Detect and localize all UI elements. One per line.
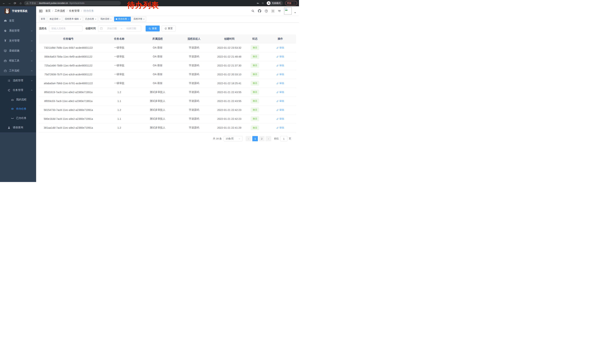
cell-actions: 审批 [265,108,296,112]
process-name-input[interactable]: 请输入流程名 [49,25,83,32]
sidebar-item-devtools[interactable]: 研发工具 [0,56,36,66]
tab-process-detail[interactable]: 流程详情× [132,17,146,22]
cell-created: 2022-01-21 22:43:55 [213,100,245,103]
approve-button[interactable]: 审批 [276,108,284,112]
browser-reload-icon[interactable]: ⟳ [13,1,17,5]
browser-forward-icon[interactable]: → [8,1,11,5]
cell-created: 2022-01-21 22:43:55 [213,91,245,94]
font-size-icon[interactable]: TT [278,9,281,13]
edit-pencil-icon [276,100,279,102]
cell-status: 激活 [245,116,265,121]
approve-button[interactable]: 审批 [276,55,284,58]
tab-home[interactable]: 首页 [39,17,47,22]
address-bar[interactable]: 不安全 dashboard.yudao.iocoder.cn/bpm/task/… [24,1,121,5]
table-row: 8f0d1619-7ac8-11ec-a9e2-a2380e71991a 1.2… [39,88,296,97]
next-page-button[interactable]: › [266,136,271,141]
sidebar-collapse-icon[interactable] [39,10,42,12]
table-body: 73211d9d-7b9b-11ec-b5b7-acde48001122 一级审… [39,43,296,132]
sidebar-item-workflow[interactable]: 工作流程 [0,66,36,76]
close-icon[interactable]: × [95,18,96,20]
help-icon[interactable] [265,9,268,13]
page-button-2[interactable]: 2 [259,136,265,141]
tab-start-process[interactable]: 发起流程× [48,17,62,22]
table-row: 580e1b3d-7ac8-11ec-a9e2-a2380e71991a 1.1… [39,114,296,123]
incognito-label: 无痕模式 [272,2,281,5]
approve-label: 审批 [279,73,284,76]
status-badge: 激活 [251,116,259,121]
caret-down-icon[interactable]: ▼ [294,12,296,14]
sidebar-item-done-tasks[interactable]: 已办任务 [0,113,36,123]
page-button-1[interactable]: 1 [252,136,258,141]
approve-button[interactable]: 审批 [276,82,284,85]
cell-actions: 审批 [265,55,296,58]
status-badge: 激活 [251,63,259,68]
breadcrumb-item[interactable]: 任务管理 [69,9,79,13]
approve-button[interactable]: 审批 [276,99,284,103]
approve-button[interactable]: 审批 [276,46,284,49]
approve-button[interactable]: 审批 [276,117,284,121]
approve-button[interactable]: 审批 [276,126,284,129]
yen-icon: ¥ [4,39,7,42]
status-badge: 激活 [251,90,259,94]
browser-home-icon[interactable]: ⌂ [18,1,23,5]
cell-task-id: 725a1eb6-7b88-11ec-8ef0-acde48001122 [39,64,98,67]
security-warning[interactable]: 不安全 [26,2,36,5]
browser-update-button[interactable]: 更新 ⋮ [285,1,297,5]
close-icon[interactable]: × [110,18,111,20]
sidebar-item-my-process[interactable]: 我的流程 [0,95,36,104]
url-host: dashboard.yudao.iocoder.cn [39,2,68,4]
browser-back-icon[interactable]: ← [2,1,6,5]
search-icon[interactable] [251,9,254,12]
col-task-name: 任务名称 [98,37,141,40]
avatar[interactable] [284,7,292,15]
cell-initiator: 芋道源码 [174,108,213,112]
tab-form-edit[interactable]: 流程表单-编辑× [63,17,83,22]
breadcrumb-item[interactable]: 工作流程 [55,9,65,13]
app-logo[interactable]: 芋道管理系统 [0,6,36,16]
prev-page-button[interactable]: ‹ [246,136,251,141]
page-size-select[interactable]: 10条/页 [224,136,242,141]
fullscreen-icon[interactable] [271,9,274,13]
tab-done-tasks[interactable]: 已办任务× [83,17,98,22]
col-status: 状态 [245,37,265,40]
sidebar-item-system[interactable]: 系统管理 [0,26,36,36]
github-icon[interactable] [258,9,261,13]
date-range-picker[interactable]: 开始日期 - 结束日期 [98,25,141,32]
tab-todo-tasks[interactable]: 待办任务× [114,17,131,22]
list-tree-icon [8,79,11,82]
sidebar-menu: 首页 系统管理 ¥ 支付管理 基础设施 研发工具 [0,16,36,132]
reset-button[interactable]: 重置 [162,25,176,32]
sidebar-item-label: 系统管理 [9,29,31,32]
flow-tree-icon [8,89,11,92]
approve-button[interactable]: 审批 [276,90,284,94]
status-badge: 激活 [251,45,259,50]
cell-status: 激活 [245,108,265,112]
close-icon[interactable]: × [143,18,144,20]
sidebar-item-process-mgmt[interactable]: 流程管理 [0,76,36,85]
tab-label: 流程表单-编辑 [65,17,79,21]
search-button[interactable]: 搜索 [146,25,160,32]
approve-button[interactable]: 审批 [276,64,284,67]
main-area: 首页 / 工作流程 / 任务管理 / 待办任务 TT [36,6,299,182]
cell-initiator: 芋道源码 [174,99,213,103]
sidebar-item-task-mgmt[interactable]: 任务管理 [0,85,36,95]
bookmark-star-icon[interactable]: ☆ [262,1,264,5]
goto-suffix: 页 [289,137,291,140]
breadcrumb-item[interactable]: 首页 [45,9,50,13]
sidebar-item-home[interactable]: 首页 [0,16,36,26]
goto-page-input[interactable]: 1 [280,136,288,141]
sidebar-item-infrastructure[interactable]: 基础设施 [0,46,36,56]
close-icon[interactable]: × [128,18,129,20]
approve-button[interactable]: 审批 [276,73,284,76]
sidebar-item-payment[interactable]: ¥ 支付管理 [0,36,36,46]
cell-initiator: 芋道源码 [174,82,213,85]
browser-menu-icon[interactable]: ⋮ [293,2,295,5]
cell-created: 2022-01-22 21:37:30 [213,64,245,67]
sidebar-item-todo-tasks[interactable]: 待办任务 [0,104,36,113]
breadcrumb: 首页 / 工作流程 / 任务管理 / 待办任务 [45,9,94,13]
sidebar-item-leave-query[interactable]: 请假查询 [0,123,36,132]
password-key-icon[interactable] [257,2,259,5]
tab-my-process[interactable]: 我的流程× [99,17,113,22]
close-icon[interactable]: × [80,18,81,20]
close-icon[interactable]: × [59,18,60,20]
